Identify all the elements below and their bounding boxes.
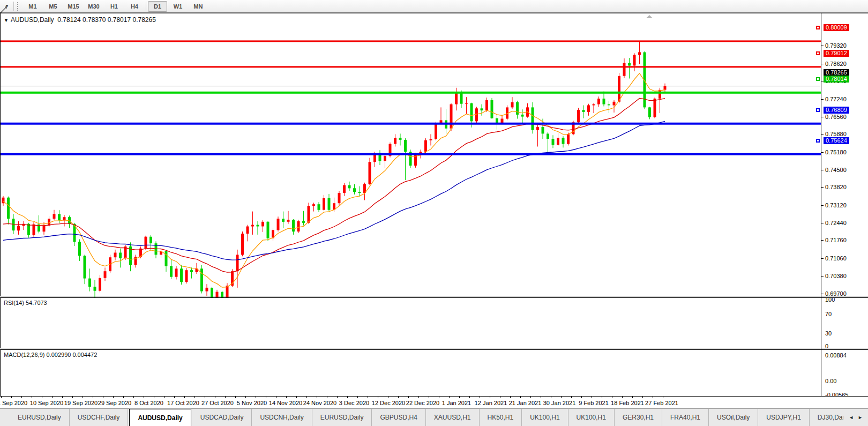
candle bbox=[511, 97, 514, 109]
chart-tab-eurusd-daily[interactable]: EURUSD,Daily bbox=[10, 409, 70, 426]
candlestick-chart-canvas[interactable] bbox=[1, 27, 821, 309]
candle bbox=[587, 104, 590, 116]
date-tick bbox=[103, 397, 103, 398]
chart-tab-audusd-daily[interactable]: AUDUSD,Daily bbox=[129, 409, 191, 426]
date-tick bbox=[215, 397, 215, 398]
horizontal-level-line[interactable] bbox=[1, 40, 821, 42]
date-tick bbox=[154, 397, 154, 398]
timeframe-button-mn[interactable]: MN bbox=[189, 1, 208, 12]
axis-tick bbox=[821, 99, 824, 100]
candle bbox=[358, 186, 361, 197]
date-tick bbox=[510, 397, 511, 398]
horizontal-level-line[interactable] bbox=[1, 123, 821, 125]
ohlc-low: 0.78017 bbox=[108, 16, 131, 24]
chart-tab-eurusd-daily[interactable]: EURUSD,Daily bbox=[312, 409, 372, 426]
timeframe-button-h1[interactable]: H1 bbox=[104, 1, 124, 12]
date-tick bbox=[184, 397, 185, 398]
toolbar-separator bbox=[13, 2, 14, 11]
current-price-line bbox=[1, 86, 821, 86]
price-chart-pane[interactable] bbox=[0, 13, 868, 296]
date-tick bbox=[480, 397, 480, 398]
date-axis[interactable]: 1 Sep 202010 Sep 202019 Sep 202029 Sep 2… bbox=[0, 397, 868, 408]
date-tick bbox=[612, 397, 612, 398]
timeframe-button-m5[interactable]: M5 bbox=[43, 1, 63, 12]
chart-tab-uk100-h1[interactable]: UK100,H1 bbox=[522, 409, 568, 426]
chart-tab-usdcad-daily[interactable]: USDCAD,Daily bbox=[192, 409, 252, 426]
date-tick bbox=[256, 397, 256, 398]
price-tag: 0.75624 bbox=[824, 137, 849, 144]
slow-ma-line[interactable] bbox=[3, 121, 665, 260]
date-label: 19 Sep 2020 bbox=[64, 400, 98, 406]
candle bbox=[129, 242, 132, 271]
date-tick bbox=[632, 397, 633, 398]
tabs-scroll-left-icon[interactable]: ◄ bbox=[849, 415, 854, 420]
chart-tab-usdcnh-daily[interactable]: USDCNH,Daily bbox=[252, 409, 312, 426]
tabs-scroll-right-icon[interactable]: ► bbox=[858, 415, 863, 420]
candle bbox=[664, 84, 667, 93]
candle bbox=[2, 196, 5, 206]
candle bbox=[94, 280, 96, 298]
candle bbox=[532, 102, 534, 134]
chart-tab-hk50-h1[interactable]: HK50,H1 bbox=[480, 409, 522, 426]
chart-tab-dj30-daily[interactable]: DJ30,Daily bbox=[810, 409, 843, 426]
horizontal-level-line[interactable] bbox=[1, 66, 821, 68]
candle bbox=[593, 103, 595, 113]
axis-tick-label: 0.79320 bbox=[825, 42, 847, 49]
date-tick bbox=[439, 397, 439, 398]
rsi-indicator-pane[interactable] bbox=[0, 297, 868, 348]
candle bbox=[506, 106, 508, 121]
timeframe-button-w1[interactable]: W1 bbox=[168, 1, 188, 12]
axis-tick-label: 0.71760 bbox=[825, 237, 847, 243]
chart-shift-marker[interactable] bbox=[646, 15, 653, 18]
candle bbox=[547, 132, 549, 154]
candle bbox=[638, 41, 641, 64]
chart-tab-usdjpy-h1[interactable]: USDJPY,H1 bbox=[758, 409, 809, 426]
chart-tab-ger30-h1[interactable]: GER30,H1 bbox=[615, 409, 662, 426]
timeframe-button-m1[interactable]: M1 bbox=[23, 1, 42, 12]
fast-ma-line[interactable] bbox=[3, 73, 665, 287]
date-tick bbox=[357, 397, 358, 398]
chart-tab-fra40-h1[interactable]: FRA40,H1 bbox=[662, 409, 709, 426]
chart-tab-usoil-daily[interactable]: USOil,Daily bbox=[709, 409, 758, 426]
chart-tab-usdchf-daily[interactable]: USDCHF,Daily bbox=[70, 409, 129, 426]
candle bbox=[23, 221, 25, 230]
horizontal-level-line[interactable] bbox=[1, 92, 821, 94]
axis-tick bbox=[821, 134, 824, 134]
chart-symbol-label: AUDUSD,Daily bbox=[11, 16, 54, 24]
timeframe-button-m30[interactable]: M30 bbox=[84, 1, 103, 12]
trading-terminal-window: ▼ M1M5M15M30H1H4D1W1MN ▼AUDUSD,Daily 0.7… bbox=[0, 0, 868, 426]
candle bbox=[633, 53, 636, 71]
chart-tab-xauusd-h1[interactable]: XAUUSD,H1 bbox=[426, 409, 480, 426]
axis-tick bbox=[821, 187, 824, 188]
candle bbox=[175, 266, 178, 280]
candle bbox=[241, 231, 244, 256]
candle bbox=[277, 216, 280, 231]
date-tick bbox=[347, 397, 348, 398]
date-label: 1 Jan 2021 bbox=[442, 400, 471, 406]
date-tick bbox=[144, 397, 144, 398]
date-label: 14 Nov 2020 bbox=[269, 400, 302, 406]
timeframe-button-m15[interactable]: M15 bbox=[64, 1, 83, 12]
axis-tick bbox=[821, 64, 824, 64]
candle bbox=[552, 135, 555, 148]
horizontal-level-line[interactable] bbox=[1, 153, 821, 155]
axis-tick-label: 0.75180 bbox=[825, 149, 847, 155]
candle bbox=[312, 203, 315, 211]
candle bbox=[53, 210, 56, 220]
toolbar-drag-handle[interactable] bbox=[17, 2, 20, 11]
macd-indicator-pane[interactable] bbox=[0, 349, 868, 397]
chart-tab-gbpusd-h4[interactable]: GBPUSD,H4 bbox=[372, 409, 425, 426]
price-tag: 0.79012 bbox=[824, 50, 849, 57]
date-tick bbox=[429, 397, 429, 398]
date-tick bbox=[42, 397, 42, 398]
timeframe-button-d1[interactable]: D1 bbox=[148, 1, 167, 12]
chart-tab-uk100-h1[interactable]: UK100,H1 bbox=[568, 409, 615, 426]
date-tick bbox=[490, 397, 490, 398]
date-tick bbox=[592, 397, 592, 398]
candle bbox=[379, 150, 381, 165]
candle bbox=[475, 107, 478, 123]
symbol-dropdown-icon[interactable]: ▼ bbox=[4, 18, 9, 23]
axis-tick-label: 0.75880 bbox=[825, 131, 847, 137]
timeframe-button-h4[interactable]: H4 bbox=[125, 1, 144, 12]
candle bbox=[384, 154, 386, 168]
